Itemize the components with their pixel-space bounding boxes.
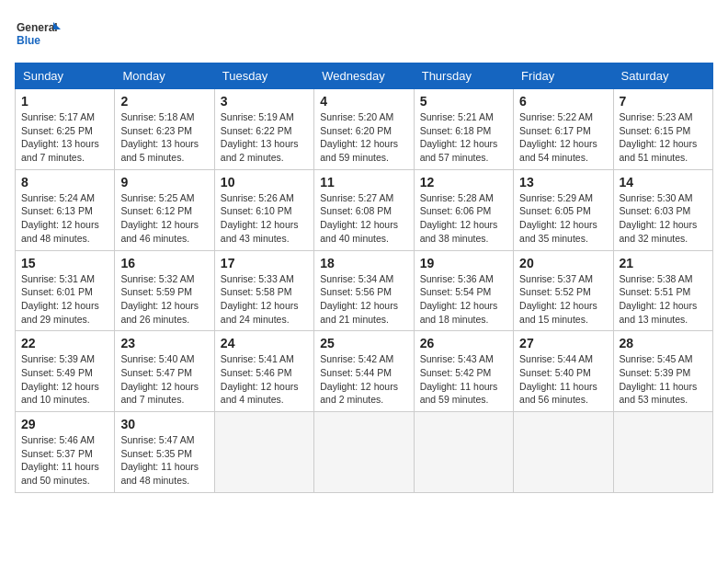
day-number: 30 — [120, 417, 208, 431]
day-info: Sunrise: 5:45 AMSunset: 5:39 PMDaylight:… — [620, 352, 707, 407]
day-number: 16 — [120, 256, 208, 270]
svg-text:Blue: Blue — [17, 34, 40, 47]
day-number: 11 — [320, 175, 407, 190]
calendar-day-cell: 3Sunrise: 5:19 AMSunset: 6:22 PMDaylight… — [214, 89, 313, 170]
day-info: Sunrise: 5:27 AMSunset: 6:08 PMDaylight:… — [320, 191, 407, 246]
calendar-day-cell: 28Sunrise: 5:45 AMSunset: 5:39 PMDayligh… — [613, 331, 712, 412]
day-number: 24 — [221, 336, 308, 350]
day-info: Sunrise: 5:38 AMSunset: 5:51 PMDaylight:… — [620, 272, 707, 327]
day-info: Sunrise: 5:34 AMSunset: 5:56 PMDaylight:… — [320, 272, 407, 327]
day-number: 28 — [620, 336, 707, 350]
logo-svg: General Blue — [15, 15, 61, 53]
calendar-day-cell: 25Sunrise: 5:42 AMSunset: 5:44 PMDayligh… — [314, 331, 414, 412]
day-of-week-header: Tuesday — [214, 63, 313, 89]
day-number: 26 — [420, 336, 507, 350]
day-info: Sunrise: 5:25 AMSunset: 6:12 PMDaylight:… — [120, 191, 208, 246]
day-number: 25 — [320, 336, 407, 350]
day-number: 7 — [620, 94, 707, 109]
day-of-week-header: Wednesday — [314, 63, 414, 89]
calendar-week-row: 1Sunrise: 5:17 AMSunset: 6:25 PMDaylight… — [16, 89, 713, 170]
day-info: Sunrise: 5:20 AMSunset: 6:20 PMDaylight:… — [320, 110, 407, 165]
calendar-week-row: 8Sunrise: 5:24 AMSunset: 6:13 PMDaylight… — [16, 169, 713, 250]
day-number: 13 — [519, 175, 607, 190]
day-number: 6 — [519, 94, 607, 109]
day-number: 19 — [420, 256, 507, 270]
day-info: Sunrise: 5:19 AMSunset: 6:22 PMDaylight:… — [221, 110, 308, 165]
day-info: Sunrise: 5:39 AMSunset: 5:49 PMDaylight:… — [21, 352, 108, 407]
day-info: Sunrise: 5:24 AMSunset: 6:13 PMDaylight:… — [21, 191, 108, 246]
calendar-week-row: 15Sunrise: 5:31 AMSunset: 6:01 PMDayligh… — [16, 250, 713, 331]
day-number: 17 — [221, 256, 308, 270]
calendar-day-cell: 27Sunrise: 5:44 AMSunset: 5:40 PMDayligh… — [514, 331, 613, 412]
day-number: 3 — [221, 94, 308, 109]
calendar-day-cell: 24Sunrise: 5:41 AMSunset: 5:46 PMDayligh… — [214, 331, 313, 412]
day-number: 2 — [120, 94, 208, 109]
day-info: Sunrise: 5:37 AMSunset: 5:52 PMDaylight:… — [519, 272, 607, 327]
calendar-day-cell: 12Sunrise: 5:28 AMSunset: 6:06 PMDayligh… — [414, 169, 513, 250]
calendar-day-cell: 13Sunrise: 5:29 AMSunset: 6:05 PMDayligh… — [514, 169, 613, 250]
day-info: Sunrise: 5:47 AMSunset: 5:35 PMDaylight:… — [120, 433, 208, 488]
page-header: General Blue — [15, 15, 713, 53]
day-number: 12 — [420, 175, 507, 190]
calendar-header-row: SundayMondayTuesdayWednesdayThursdayFrid… — [16, 63, 713, 89]
calendar-day-cell: 17Sunrise: 5:33 AMSunset: 5:58 PMDayligh… — [214, 250, 313, 331]
calendar-day-cell: 29Sunrise: 5:46 AMSunset: 5:37 PMDayligh… — [16, 412, 115, 493]
calendar-week-row: 29Sunrise: 5:46 AMSunset: 5:37 PMDayligh… — [16, 412, 713, 493]
calendar-day-cell — [414, 412, 513, 493]
calendar-day-cell: 22Sunrise: 5:39 AMSunset: 5:49 PMDayligh… — [16, 331, 115, 412]
svg-text:General: General — [17, 21, 58, 34]
calendar-day-cell: 8Sunrise: 5:24 AMSunset: 6:13 PMDaylight… — [16, 169, 115, 250]
day-number: 21 — [620, 256, 707, 270]
logo: General Blue — [15, 15, 61, 53]
calendar-day-cell: 16Sunrise: 5:32 AMSunset: 5:59 PMDayligh… — [115, 250, 214, 331]
day-info: Sunrise: 5:28 AMSunset: 6:06 PMDaylight:… — [420, 191, 507, 246]
day-info: Sunrise: 5:23 AMSunset: 6:15 PMDaylight:… — [620, 110, 707, 165]
day-number: 1 — [21, 94, 108, 109]
day-info: Sunrise: 5:31 AMSunset: 6:01 PMDaylight:… — [21, 272, 108, 327]
calendar-day-cell: 1Sunrise: 5:17 AMSunset: 6:25 PMDaylight… — [16, 89, 115, 170]
day-number: 29 — [21, 417, 108, 431]
calendar-day-cell: 23Sunrise: 5:40 AMSunset: 5:47 PMDayligh… — [115, 331, 214, 412]
calendar-day-cell: 30Sunrise: 5:47 AMSunset: 5:35 PMDayligh… — [115, 412, 214, 493]
day-info: Sunrise: 5:40 AMSunset: 5:47 PMDaylight:… — [120, 352, 208, 407]
day-number: 4 — [320, 94, 407, 109]
day-of-week-header: Saturday — [613, 63, 712, 89]
calendar-day-cell: 2Sunrise: 5:18 AMSunset: 6:23 PMDaylight… — [115, 89, 214, 170]
calendar-day-cell — [514, 412, 613, 493]
calendar-day-cell: 4Sunrise: 5:20 AMSunset: 6:20 PMDaylight… — [314, 89, 414, 170]
day-number: 23 — [120, 336, 208, 350]
calendar-day-cell: 21Sunrise: 5:38 AMSunset: 5:51 PMDayligh… — [613, 250, 712, 331]
day-number: 10 — [221, 175, 308, 190]
calendar-day-cell: 6Sunrise: 5:22 AMSunset: 6:17 PMDaylight… — [514, 89, 613, 170]
day-of-week-header: Friday — [514, 63, 613, 89]
day-info: Sunrise: 5:21 AMSunset: 6:18 PMDaylight:… — [420, 110, 507, 165]
day-number: 8 — [21, 175, 108, 190]
calendar-day-cell — [314, 412, 414, 493]
calendar-day-cell: 14Sunrise: 5:30 AMSunset: 6:03 PMDayligh… — [613, 169, 712, 250]
day-info: Sunrise: 5:17 AMSunset: 6:25 PMDaylight:… — [21, 110, 108, 165]
calendar-table: SundayMondayTuesdayWednesdayThursdayFrid… — [15, 63, 713, 493]
day-number: 14 — [620, 175, 707, 190]
calendar-week-row: 22Sunrise: 5:39 AMSunset: 5:49 PMDayligh… — [16, 331, 713, 412]
calendar-day-cell: 10Sunrise: 5:26 AMSunset: 6:10 PMDayligh… — [214, 169, 313, 250]
day-info: Sunrise: 5:43 AMSunset: 5:42 PMDaylight:… — [420, 352, 507, 407]
day-of-week-header: Sunday — [16, 63, 115, 89]
day-info: Sunrise: 5:36 AMSunset: 5:54 PMDaylight:… — [420, 272, 507, 327]
day-info: Sunrise: 5:41 AMSunset: 5:46 PMDaylight:… — [221, 352, 308, 407]
calendar-day-cell: 11Sunrise: 5:27 AMSunset: 6:08 PMDayligh… — [314, 169, 414, 250]
calendar-day-cell: 26Sunrise: 5:43 AMSunset: 5:42 PMDayligh… — [414, 331, 513, 412]
day-number: 27 — [519, 336, 607, 350]
day-info: Sunrise: 5:32 AMSunset: 5:59 PMDaylight:… — [120, 272, 208, 327]
day-of-week-header: Thursday — [414, 63, 513, 89]
day-info: Sunrise: 5:26 AMSunset: 6:10 PMDaylight:… — [221, 191, 308, 246]
calendar-day-cell: 18Sunrise: 5:34 AMSunset: 5:56 PMDayligh… — [314, 250, 414, 331]
calendar-day-cell: 5Sunrise: 5:21 AMSunset: 6:18 PMDaylight… — [414, 89, 513, 170]
day-number: 22 — [21, 336, 108, 350]
day-number: 20 — [519, 256, 607, 270]
calendar-day-cell: 19Sunrise: 5:36 AMSunset: 5:54 PMDayligh… — [414, 250, 513, 331]
calendar-day-cell: 20Sunrise: 5:37 AMSunset: 5:52 PMDayligh… — [514, 250, 613, 331]
calendar-day-cell — [214, 412, 313, 493]
day-info: Sunrise: 5:33 AMSunset: 5:58 PMDaylight:… — [221, 272, 308, 327]
day-info: Sunrise: 5:46 AMSunset: 5:37 PMDaylight:… — [21, 433, 108, 488]
calendar-day-cell: 9Sunrise: 5:25 AMSunset: 6:12 PMDaylight… — [115, 169, 214, 250]
